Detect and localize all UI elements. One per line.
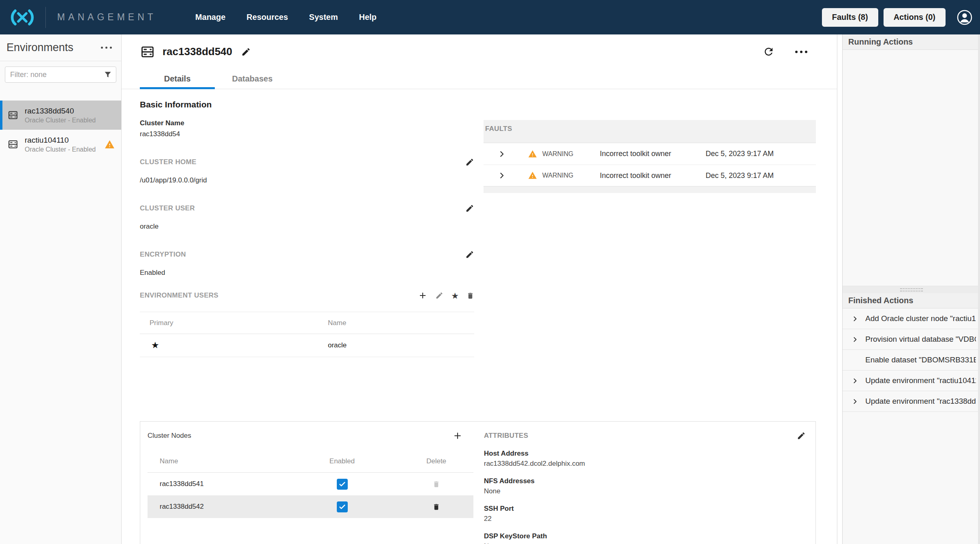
- app-root: MANAGEMENT Manage Resources System Help …: [0, 0, 980, 544]
- panel-resize-handle[interactable]: [843, 286, 980, 293]
- cluster-home-label: CLUSTER HOME: [140, 158, 197, 166]
- main-menu: Manage Resources System Help: [195, 13, 377, 22]
- expand-chevron-icon[interactable]: [852, 377, 858, 384]
- environments-sidebar: Environments rac1338dd540 Oracle Cluster…: [0, 34, 122, 544]
- finished-action-label: Update environment "ractiu104110".: [865, 376, 976, 385]
- faults-button[interactable]: Faults (8): [822, 8, 878, 27]
- attributes-label: ATTRIBUTES: [484, 432, 528, 440]
- finished-actions-list: Add Oracle cluster node "ractiu104... Pr…: [843, 308, 980, 412]
- tab[interactable]: Details: [140, 69, 215, 89]
- finished-action-label: Provision virtual database "VDBO_...: [865, 335, 976, 344]
- edit-attributes-icon[interactable]: [797, 431, 806, 440]
- delete-node-icon[interactable]: [432, 503, 440, 511]
- add-user-icon[interactable]: [418, 291, 428, 300]
- finished-action-item[interactable]: Provision virtual database "VDBO_...: [843, 329, 980, 350]
- set-primary-user-icon[interactable]: ★: [451, 291, 459, 300]
- filter-input[interactable]: [5, 66, 116, 83]
- cluster-user-value: oracle: [140, 223, 474, 231]
- finished-action-label: Update environment "rac1338dd54...: [865, 397, 976, 406]
- attribute-field: DSP KeyStore Path None: [484, 532, 806, 544]
- tab[interactable]: Databases: [215, 69, 290, 89]
- edit-encryption-icon[interactable]: [465, 250, 474, 259]
- edit-cluster-home-icon[interactable]: [465, 158, 474, 167]
- edit-cluster-user-icon[interactable]: [465, 204, 474, 213]
- faults-section: FAULTS WARNING Incorrect toolkit owner D…: [484, 120, 816, 193]
- refresh-icon[interactable]: [763, 46, 775, 58]
- environment-name: rac1338dd540: [25, 107, 96, 116]
- encryption-label: ENCRYPTION: [140, 251, 186, 259]
- users-col-name: Name: [328, 319, 474, 327]
- attribute-value: rac1338dd542.dcol2.delphix.com: [484, 460, 806, 468]
- fault-title: Incorrect toolkit owner: [591, 150, 694, 158]
- finished-action-item[interactable]: Enable dataset "DBOMSRB331B3".: [843, 350, 980, 371]
- panel-gutter: [837, 34, 842, 544]
- finished-action-item[interactable]: Add Oracle cluster node "ractiu104...: [843, 308, 980, 329]
- environment-list-item[interactable]: rac1338dd540 Oracle Cluster - Enabled: [0, 101, 121, 130]
- environment-name: ractiu104110: [25, 136, 96, 145]
- fault-date: Dec 5, 2023 9:17 AM: [694, 150, 816, 158]
- enabled-checkbox[interactable]: [337, 501, 348, 512]
- cluster-node-row[interactable]: rac1338dd541: [148, 473, 473, 495]
- warning-icon: [105, 139, 115, 150]
- cluster-nodes-table: Name Enabled Delete rac1338dd541 rac1338…: [148, 450, 473, 518]
- encryption-value: Enabled: [140, 269, 474, 277]
- navbar-menu-item[interactable]: Resources: [246, 13, 288, 22]
- expand-chevron-icon[interactable]: [852, 398, 858, 405]
- finished-action-label: Add Oracle cluster node "ractiu104...: [865, 314, 976, 323]
- nodes-col-enabled: Enabled: [293, 457, 391, 465]
- brand-management-label: MANAGEMENT: [57, 12, 156, 23]
- enabled-checkbox[interactable]: [337, 479, 348, 490]
- navbar-divider: [45, 7, 46, 28]
- environment-user-row[interactable]: ★ oracle: [140, 334, 474, 357]
- page-title: rac1338dd540: [163, 45, 232, 58]
- sidebar-title: Environments: [6, 41, 73, 54]
- fault-title: Incorrect toolkit owner: [591, 171, 694, 180]
- drag-grip-icon: [900, 288, 923, 291]
- cluster-icon: [7, 109, 19, 121]
- edit-title-icon[interactable]: [241, 47, 251, 57]
- finished-action-item[interactable]: Update environment "rac1338dd54...: [843, 391, 980, 412]
- navbar-menu-item[interactable]: Help: [359, 13, 377, 22]
- cluster-user-label: CLUSTER USER: [140, 204, 195, 212]
- more-actions-icon[interactable]: [794, 51, 809, 53]
- actions-button[interactable]: Actions (0): [884, 8, 946, 27]
- cluster-name-value: rac1338dd54: [140, 130, 474, 138]
- running-actions-header: Running Actions: [843, 34, 980, 50]
- environment-subtitle: Oracle Cluster - Enabled: [25, 117, 96, 124]
- fault-row[interactable]: WARNING Incorrect toolkit owner Dec 5, 2…: [484, 143, 816, 165]
- cluster-node-row[interactable]: rac1338dd542: [148, 495, 473, 518]
- expand-chevron-icon[interactable]: [498, 171, 506, 180]
- nodes-col-delete: Delete: [391, 457, 482, 465]
- expand-chevron-icon[interactable]: [852, 336, 858, 343]
- cluster-home-value: /u01/app/19.0.0.0/grid: [140, 176, 474, 184]
- fault-severity: WARNING: [542, 150, 573, 158]
- finished-action-label: Enable dataset "DBOMSRB331B3".: [865, 356, 976, 364]
- finished-actions-header: Finished Actions: [843, 293, 980, 308]
- environment-users-label: ENVIRONMENT USERS: [140, 291, 218, 300]
- fault-row[interactable]: WARNING Incorrect toolkit owner Dec 5, 2…: [484, 165, 816, 186]
- running-actions-empty: [843, 50, 980, 286]
- navbar-menu-item[interactable]: System: [309, 13, 338, 22]
- navbar-menu-item[interactable]: Manage: [195, 13, 225, 22]
- delete-node-icon[interactable]: [432, 480, 440, 488]
- sidebar-more-icon[interactable]: [100, 47, 113, 49]
- finished-action-item[interactable]: Update environment "ractiu104110".: [843, 371, 980, 391]
- attribute-value: 22: [484, 515, 806, 523]
- fault-date: Dec 5, 2023 9:17 AM: [694, 171, 816, 180]
- cluster-name-label: Cluster Name: [140, 119, 474, 127]
- attribute-label: Host Address: [484, 450, 806, 458]
- attribute-label: NFS Addresses: [484, 477, 806, 485]
- cluster-nodes-label: Cluster Nodes: [148, 432, 191, 440]
- edit-user-icon[interactable]: [435, 291, 443, 300]
- user-profile-icon[interactable]: [956, 9, 973, 26]
- warning-icon: [528, 150, 537, 158]
- section-title: Basic Information: [140, 100, 816, 109]
- environment-list-item[interactable]: ractiu104110 Oracle Cluster - Enabled: [0, 130, 121, 159]
- expand-chevron-icon[interactable]: [852, 315, 858, 322]
- delete-user-icon[interactable]: [466, 291, 474, 300]
- add-node-icon[interactable]: [452, 430, 463, 441]
- expand-chevron-icon[interactable]: [498, 150, 506, 158]
- environment-subtitle: Oracle Cluster - Enabled: [25, 146, 96, 153]
- environment-icon: [140, 44, 155, 60]
- actions-panel: Running Actions Finished Actions Add Ora…: [842, 34, 980, 544]
